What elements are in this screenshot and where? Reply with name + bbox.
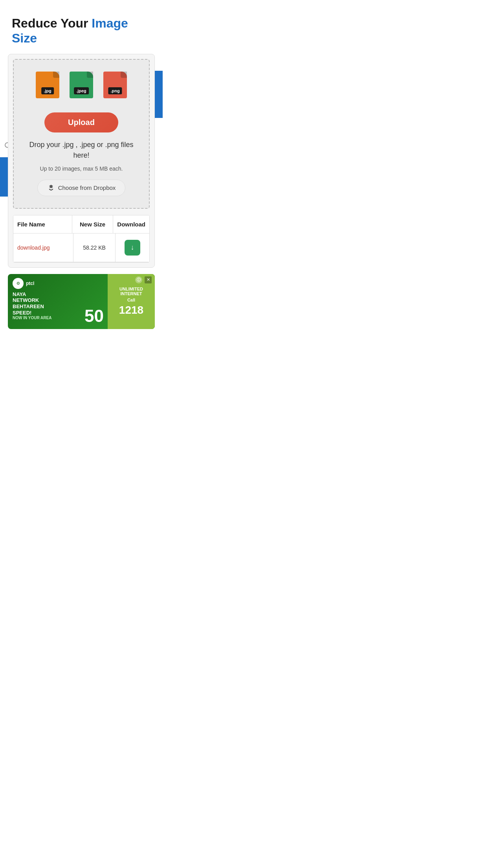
cell-filename: download.jpg <box>13 234 73 262</box>
main-card: .jpg .jpeg .png Upload Drop your .jpg , … <box>8 54 155 268</box>
ad-logo: ⊙ ptcl <box>13 278 103 289</box>
dropbox-button[interactable]: Choose from Dropbox <box>37 180 126 196</box>
dropzone[interactable]: .jpg .jpeg .png Upload Drop your .jpg , … <box>13 59 150 209</box>
limit-text: Up to 20 images, max 5 MB each. <box>22 166 141 172</box>
col-newsize: New Size <box>72 215 114 233</box>
jpeg-file-icon: .jpeg <box>68 72 95 103</box>
table-row: download.jpg 58.22 KB ↓ <box>13 234 149 262</box>
jpg-file-icon: .jpg <box>34 72 61 103</box>
table-header: File Name New Size Download <box>13 215 149 234</box>
dropbox-icon <box>47 184 55 192</box>
png-label: .png <box>108 87 122 94</box>
drop-text: Drop your .jpg , .jpeg or .png files her… <box>22 140 141 161</box>
jpeg-icon-body: .jpeg <box>70 72 93 98</box>
ad-logo-icon: ⊙ <box>13 278 24 289</box>
cell-download: ↓ <box>116 234 149 262</box>
jpg-label: .jpg <box>41 87 54 94</box>
results-table: File Name New Size Download download.jpg… <box>13 215 150 263</box>
ad-banner: ⓘ ✕ ⊙ ptcl NAYANETWORKBEHTAREENSPEED! NO… <box>8 274 155 329</box>
title-black: Reduce Your <box>12 16 92 30</box>
ad-close-button[interactable]: ✕ <box>145 276 152 283</box>
ad-info-button[interactable]: ⓘ <box>135 276 142 283</box>
dropbox-label: Choose from Dropbox <box>58 184 116 191</box>
page-header: Reduce Your Image Size <box>0 0 163 54</box>
ad-logo-text: ptcl <box>26 281 34 286</box>
page-title: Reduce Your Image Size <box>12 16 151 46</box>
upload-button[interactable]: Upload <box>44 112 118 132</box>
jpg-icon-body: .jpg <box>36 72 59 98</box>
ad-number: 50 <box>84 306 104 326</box>
file-type-icons: .jpg .jpeg .png <box>22 72 141 103</box>
png-file-icon: .png <box>101 72 129 103</box>
download-button[interactable]: ↓ <box>125 240 140 256</box>
jpeg-label: .jpeg <box>74 87 89 94</box>
ad-call-number: 1218 <box>119 304 143 316</box>
ad-left-content: ⊙ ptcl NAYANETWORKBEHTAREENSPEED! NOW IN… <box>8 274 108 329</box>
col-download: Download <box>113 215 149 233</box>
png-icon-body: .png <box>103 72 127 98</box>
ad-call-label: Call <box>127 298 135 302</box>
download-arrow-icon: ↓ <box>130 243 134 252</box>
col-filename: File Name <box>13 215 72 233</box>
ad-unlimited-text: UnlimitedInternet <box>119 287 143 296</box>
cell-newsize: 58.22 KB <box>73 234 116 262</box>
